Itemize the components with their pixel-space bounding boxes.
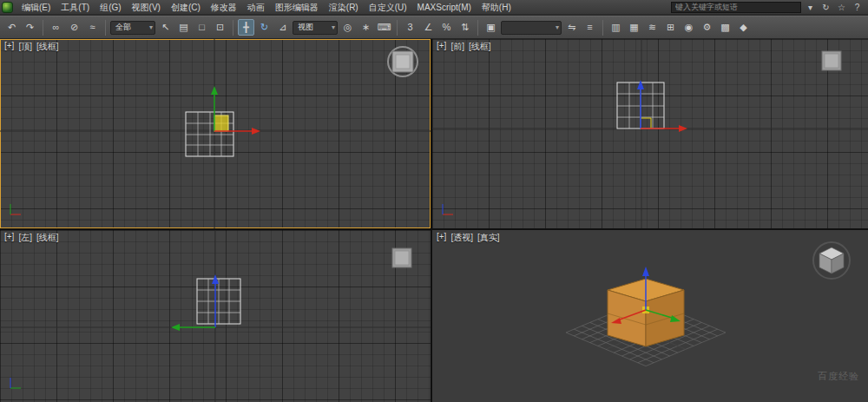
viewport-name-label[interactable]: [左] — [18, 232, 32, 244]
spinner-snap-toggle-icon[interactable]: ⇅ — [457, 19, 473, 36]
menubar: 编辑(E)工具(T)组(G)视图(V)创建(C)修改器动画图形编辑器渲染(R)自… — [0, 0, 868, 15]
gizmo-y-arrowhead[interactable] — [171, 324, 180, 331]
viewport-name-label[interactable]: [透视] — [450, 232, 473, 244]
viewport-top-label: [+] [顶] [线框] — [4, 41, 59, 53]
toolbar-divider — [602, 20, 603, 36]
bind-to-space-warp-icon[interactable]: ≈ — [84, 19, 101, 36]
menu-item-edit[interactable]: 编辑(E) — [16, 0, 56, 15]
edit-named-selection-sets-icon[interactable]: ▣ — [483, 19, 499, 36]
rectangular-selection-region-icon[interactable]: □ — [194, 19, 210, 36]
search-dropdown-arrow-icon[interactable]: ▾ — [805, 2, 816, 13]
viewport-name-label[interactable]: [顶] — [18, 41, 32, 53]
infocenter-icons: ▾↻☆? — [805, 2, 863, 13]
viewport-menu-plus[interactable]: [+] — [4, 41, 14, 53]
viewport-front-label: [+] [前] [线框] — [437, 41, 491, 53]
infocenter: ▾↻☆? — [671, 2, 868, 13]
schematic-view-icon[interactable]: ⊞ — [662, 19, 679, 36]
menu-item-modifiers[interactable]: 修改器 — [206, 0, 242, 15]
selection-filter-select[interactable]: 全部▾ — [110, 21, 155, 35]
dropdown-arrow-icon: ▾ — [332, 23, 335, 31]
percent-snap-toggle-icon[interactable]: % — [438, 19, 455, 36]
reference-coordinate-system-select[interactable]: 视图▾ — [293, 21, 338, 35]
menu-item-maxscript[interactable]: MAXScript(M) — [412, 0, 477, 15]
viewport-menu-plus[interactable]: [+] — [437, 232, 446, 244]
select-and-rotate-icon[interactable]: ↻ — [256, 19, 273, 36]
select-object-icon[interactable]: ↖ — [157, 19, 174, 36]
viewcube[interactable] — [822, 51, 841, 70]
viewcube[interactable] — [392, 248, 411, 267]
toolbar-divider — [477, 20, 478, 36]
undo-icon[interactable]: ↶ — [3, 19, 20, 36]
menu-item-customize[interactable]: 自定义(U) — [364, 0, 412, 15]
select-by-name-icon[interactable]: ▤ — [175, 19, 192, 36]
menu-item-tools[interactable]: 工具(T) — [56, 0, 95, 15]
help-question-icon[interactable]: ? — [852, 2, 863, 13]
world-axis-tripod — [10, 378, 21, 388]
viewport-shading-label[interactable]: [线框] — [469, 41, 491, 53]
box-wireframe[interactable] — [197, 279, 240, 324]
menu-item-rendering[interactable]: 渲染(R) — [324, 0, 364, 15]
move-gizmo-xy-plane-handle[interactable] — [214, 115, 228, 131]
viewport-shading-label[interactable]: [线框] — [36, 41, 59, 53]
toolbar-divider — [43, 20, 43, 36]
material-editor-icon[interactable]: ◉ — [681, 19, 697, 36]
angle-snap-toggle-icon[interactable]: ∠ — [420, 19, 437, 36]
viewport-front[interactable]: [+] [前] [线框] — [432, 39, 868, 228]
viewport-menu-plus[interactable]: [+] — [437, 41, 446, 53]
gizmo-x-arrowhead[interactable] — [679, 125, 687, 132]
viewport-left-canvas — [0, 230, 431, 402]
menu-item-help[interactable]: 帮助(H) — [477, 0, 516, 15]
mirror-icon[interactable]: ⇋ — [563, 19, 580, 36]
gizmo-z-arrowhead[interactable] — [637, 80, 644, 89]
graphite-modeling-ribbon-icon[interactable]: ▦ — [626, 19, 642, 36]
use-pivot-point-center-icon[interactable]: ◎ — [339, 19, 356, 36]
gizmo-x-arrowhead[interactable] — [252, 128, 260, 135]
render-production-icon[interactable]: ◆ — [735, 19, 752, 36]
window-crossing-toggle-icon[interactable]: ⊡ — [212, 19, 228, 36]
named-selection-combo[interactable]: ▾ — [501, 21, 562, 35]
viewport-menu-plus[interactable]: [+] — [4, 232, 14, 244]
toolbar-divider — [397, 20, 398, 36]
gizmo-plane-corner[interactable] — [641, 118, 651, 129]
snaps-toggle-3d-icon[interactable]: 3 — [402, 19, 418, 36]
redo-icon[interactable]: ↷ — [22, 19, 38, 36]
select-and-link-icon[interactable]: ∞ — [48, 19, 64, 36]
menu-item-graph-editors[interactable]: 图形编辑器 — [270, 0, 324, 15]
viewport-top-canvas — [0, 39, 431, 228]
rendered-frame-window-icon[interactable]: ▩ — [717, 19, 733, 36]
select-and-move-icon[interactable]: ╋ — [238, 19, 254, 36]
viewport-shading-label[interactable]: [真实] — [477, 232, 500, 244]
gizmo-z-arrowhead[interactable] — [642, 267, 649, 276]
menu-item-views[interactable]: 视图(V) — [127, 0, 166, 15]
reference-coordinate-system-select-value: 视图 — [298, 22, 313, 33]
menu-item-group[interactable]: 组(G) — [95, 0, 126, 15]
viewport-name-label[interactable]: [前] — [450, 41, 464, 53]
dropdown-arrow-icon: ▾ — [556, 23, 559, 31]
layer-manager-icon[interactable]: ▥ — [608, 19, 624, 36]
viewport-left-label: [+] [左] [线框] — [4, 232, 59, 244]
infocenter-search-input[interactable] — [671, 2, 801, 13]
align-icon[interactable]: ≡ — [582, 19, 598, 36]
render-setup-icon[interactable]: ⚙ — [699, 19, 715, 36]
select-and-manipulate-icon[interactable]: ∗ — [358, 19, 374, 36]
favorites-star-icon[interactable]: ☆ — [836, 2, 847, 13]
communication-center-icon[interactable]: ↻ — [820, 2, 832, 13]
menu-item-animation[interactable]: 动画 — [242, 0, 270, 15]
viewcube[interactable] — [813, 242, 850, 279]
select-and-scale-icon[interactable]: ⊿ — [274, 19, 291, 36]
main-toolbar: ↶↷∞⊘≈全部▾↖▤□⊡╋↻⊿视图▾◎∗⌨3∠%⇅▣▾⇋≡▥▦≋⊞◉⚙▩◆ — [0, 16, 868, 39]
keyboard-shortcut-override-icon[interactable]: ⌨ — [376, 19, 392, 36]
viewport-area: [+] [顶] [线框] — [0, 39, 868, 402]
app-logo-icon[interactable] — [2, 2, 13, 13]
viewport-perspective[interactable]: [+] [透视] [真实] — [432, 230, 868, 402]
viewport-perspective-label: [+] [透视] [真实] — [437, 232, 500, 244]
gizmo-y-arrowhead[interactable] — [211, 86, 218, 95]
viewport-shading-label[interactable]: [线框] — [36, 232, 59, 244]
viewport-top[interactable]: [+] [顶] [线框] — [0, 39, 431, 228]
menu-item-create[interactable]: 创建(C) — [166, 0, 206, 15]
move-gizmo[interactable] — [171, 274, 219, 331]
viewcube[interactable] — [388, 47, 418, 76]
curve-editor-icon[interactable]: ≋ — [644, 19, 661, 36]
unlink-selection-icon[interactable]: ⊘ — [66, 19, 82, 36]
viewport-left[interactable]: [+] [左] [线框] — [0, 230, 431, 402]
